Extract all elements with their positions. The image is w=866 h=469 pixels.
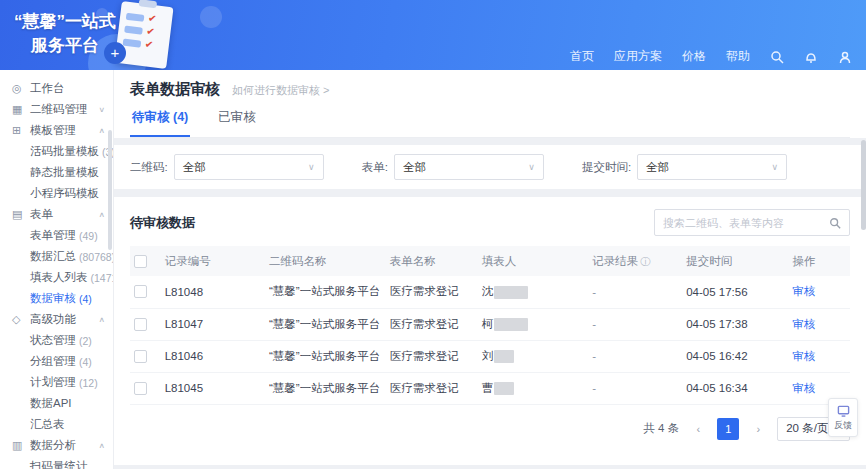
table-row: L81048 “慧馨”一站式服务平台 医疗需求登记 沈 - 04-05 17:5… (130, 276, 850, 308)
sidebar-item-data-audit[interactable]: 数据审核 (4) (0, 288, 113, 309)
sidebar-item-qrcode-management[interactable]: ▦ 二维码管理 ∨ (0, 99, 113, 120)
sidebar-item-advanced-features[interactable]: ◇ 高级功能 ∧ (0, 309, 113, 330)
row-checkbox[interactable] (134, 382, 147, 395)
feedback-widget[interactable]: 反馈 (828, 398, 858, 437)
sidebar-item-data-api[interactable]: 数据API (0, 393, 113, 414)
user-icon[interactable] (838, 50, 852, 64)
table-header-row: 记录编号 二维码名称 表单名称 填表人 记录结果ⓘ 提交时间 操作 (130, 246, 850, 276)
tab-bar: 待审核 (4) 已审核 (130, 109, 850, 138)
filter-submit-time: 提交时间: 全部 ∨ (582, 154, 787, 180)
chevron-down-icon: ∨ (308, 162, 315, 172)
chevron-up-icon: ∧ (98, 211, 105, 219)
table-row: L81045 “慧馨”一站式服务平台 医疗需求登记 曹 - 04-05 16:3… (130, 372, 850, 404)
filter-bar: 二维码: 全部 ∨ 表单: 全部 ∨ 提交时间: 全部 ∨ (114, 145, 866, 189)
sidebar-item-scan-statistics[interactable]: 扫码量统计 (0, 456, 113, 469)
sidebar-scrollbar[interactable] (108, 130, 112, 250)
redacted-name (494, 350, 514, 363)
audit-button[interactable]: 审核 (793, 285, 816, 297)
row-checkbox[interactable] (134, 350, 147, 363)
qr-name: “慧馨”一站式服务平台 (265, 372, 386, 404)
audit-button[interactable]: 审核 (793, 318, 816, 330)
tab-audited[interactable]: 已审核 (216, 109, 258, 137)
audit-button[interactable]: 审核 (793, 382, 816, 394)
plus-ball-illustration: + (104, 42, 126, 64)
page-1-button[interactable]: 1 (717, 418, 739, 440)
table-search (654, 209, 850, 236)
top-nav: 首页 应用方案 价格 帮助 (570, 48, 852, 65)
sidebar-item-respondent-list[interactable]: 填表人列表 (1471) (0, 267, 113, 288)
row-checkbox[interactable] (134, 318, 147, 331)
tab-pending-audit[interactable]: 待审核 (4) (130, 109, 190, 137)
respondent-name: 刘 (478, 340, 588, 372)
total-count: 共 4 条 (643, 421, 679, 436)
analytics-icon: ▥ (12, 439, 25, 452)
sidebar-item-data-summary[interactable]: 数据汇总 (80768) (0, 246, 113, 267)
search-input[interactable] (663, 217, 829, 229)
form-name: 医疗需求登记 (386, 372, 478, 404)
filter-form-label: 表单: (362, 160, 388, 175)
row-checkbox[interactable] (134, 285, 147, 298)
sidebar-item-data-analysis[interactable]: ▥ 数据分析 ∧ (0, 435, 113, 456)
workbench-icon: ◎ (12, 82, 25, 95)
audit-button[interactable]: 审核 (793, 350, 816, 362)
main-content: 表单数据审核 如何进行数据审核 > 待审核 (4) 已审核 二维码: 全部 ∨ … (114, 70, 866, 469)
template-icon: ⊞ (12, 124, 25, 137)
record-result: - (588, 308, 682, 340)
filter-qrcode-label: 二维码: (130, 160, 168, 175)
sidebar-item-miniprogram-template[interactable]: 小程序码模板 (0, 183, 113, 204)
search-icon[interactable] (770, 50, 784, 64)
sidebar-item-template-management[interactable]: ⊞ 模板管理 ∧ (0, 120, 113, 141)
record-id: L81048 (161, 276, 265, 308)
decorative-circle (200, 6, 222, 28)
feedback-label: 反馈 (834, 419, 852, 432)
nav-help[interactable]: 帮助 (726, 48, 750, 65)
sidebar-item-form-management[interactable]: 表单管理 (49) (0, 225, 113, 246)
sidebar-item-workbench[interactable]: ◎ 工作台 (0, 78, 113, 99)
sidebar-item-plan-management[interactable]: 计划管理 (12) (0, 372, 113, 393)
table-row: L81046 “慧馨”一站式服务平台 医疗需求登记 刘 - 04-05 16:4… (130, 340, 850, 372)
chevron-up-icon: ∧ (98, 127, 105, 135)
qrcode-icon: ▦ (12, 103, 25, 116)
submit-time-select[interactable]: 全部 ∨ (637, 154, 787, 180)
nav-home[interactable]: 首页 (570, 48, 594, 65)
sidebar-item-group-management[interactable]: 分组管理 (4) (0, 351, 113, 372)
clipboard-clip (138, 0, 157, 8)
record-result: - (588, 276, 682, 308)
submit-time: 04-05 16:34 (682, 372, 788, 404)
select-all-checkbox[interactable] (134, 255, 147, 268)
top-banner: “慧馨”一站式 服务平台 ✔ ✔ ✔ + 首页 应用方案 价格 帮助 (0, 0, 866, 70)
respondent-name: 曹 (478, 372, 588, 404)
page-scrollbar[interactable] (861, 140, 866, 230)
form-name: 医疗需求登记 (386, 340, 478, 372)
submit-time: 04-05 17:56 (682, 276, 788, 308)
sidebar-item-live-batch-template[interactable]: 活码批量模板 (3) (0, 141, 113, 162)
chevron-up-icon: ∧ (98, 442, 105, 450)
respondent-name: 柯 (478, 308, 588, 340)
sidebar-item-status-management[interactable]: 状态管理 (2) (0, 330, 113, 351)
sidebar-item-summary-table[interactable]: 汇总表 (0, 414, 113, 435)
info-icon[interactable]: ⓘ (640, 256, 650, 267)
form-select[interactable]: 全部 ∨ (394, 154, 544, 180)
qr-name: “慧馨”一站式服务平台 (265, 308, 386, 340)
sidebar: ◎ 工作台 ▦ 二维码管理 ∨ ⊞ 模板管理 ∧ 活码批量模板 (3) 静态批量… (0, 70, 114, 469)
chevron-down-icon: ∨ (528, 162, 535, 172)
chevron-up-icon: ∧ (98, 316, 105, 324)
col-submit-time: 提交时间 (682, 246, 788, 276)
next-page-button[interactable]: › (747, 418, 769, 440)
search-icon[interactable] (829, 217, 841, 229)
submit-time: 04-05 16:42 (682, 340, 788, 372)
audit-help-link[interactable]: 如何进行数据审核 > (232, 83, 329, 98)
sidebar-item-forms[interactable]: ▤ 表单 ∧ (0, 204, 113, 225)
sidebar-item-static-batch-template[interactable]: 静态批量模板 (0, 162, 113, 183)
col-record-id: 记录编号 (161, 246, 265, 276)
form-name: 医疗需求登记 (386, 308, 478, 340)
prev-page-button[interactable]: ‹ (687, 418, 709, 440)
qrcode-select[interactable]: 全部 ∨ (174, 154, 324, 180)
filter-submit-time-label: 提交时间: (582, 160, 631, 175)
nav-pricing[interactable]: 价格 (682, 48, 706, 65)
nav-solutions[interactable]: 应用方案 (614, 48, 662, 65)
chevron-down-icon: ∨ (772, 162, 779, 172)
record-result: - (588, 372, 682, 404)
bell-icon[interactable] (804, 50, 818, 64)
advanced-icon: ◇ (12, 313, 25, 326)
